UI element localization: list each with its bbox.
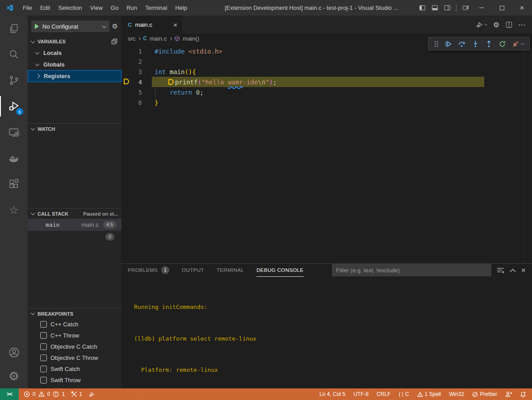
checkbox[interactable] (40, 321, 47, 328)
chevron-down-icon (35, 50, 40, 54)
variables-section-header[interactable]: VARIABLES (28, 36, 121, 47)
menu-view[interactable]: View (86, 0, 107, 16)
breadcrumb-src[interactable]: src (128, 35, 135, 42)
run-or-debug-icon[interactable] (476, 21, 487, 29)
extensions-icon[interactable] (0, 171, 28, 197)
tab-label: PROBLEMS (128, 267, 158, 273)
explorer-icon[interactable] (0, 16, 28, 42)
breakpoint-objc-throw[interactable]: Objective C Throw (28, 352, 121, 363)
menu-run[interactable]: Run (122, 0, 141, 16)
editor-tab-bar: C main.c × ⚙ ··· (121, 16, 532, 33)
code-line-4-current: 4 printf("hello wamr-ide\n"); (121, 77, 532, 87)
customize-layout-icon[interactable] (459, 0, 472, 16)
disconnect-icon[interactable] (512, 40, 524, 48)
menu-help[interactable]: Help (171, 0, 191, 16)
chevron-right-icon (169, 37, 172, 40)
collapse-all-icon[interactable] (111, 38, 118, 45)
tab-problems[interactable]: PROBLEMS 1 (128, 264, 169, 276)
thread-row[interactable]: 0 (28, 231, 121, 243)
breadcrumb-symbol[interactable]: main() (183, 35, 199, 42)
console-filter-input[interactable] (332, 264, 491, 276)
breadcrumb-file[interactable]: main.c (150, 35, 167, 42)
breakpoint-cpp-throw[interactable]: C++ Throw (28, 330, 121, 341)
chevron-right-icon (138, 37, 141, 40)
watch-section-header[interactable]: WATCH (28, 123, 121, 134)
chevron-down-icon (31, 311, 35, 315)
tab-main-c[interactable]: C main.c × (121, 16, 182, 33)
debug-console-output[interactable]: Running initCommands: (lldb) platform se… (121, 276, 532, 400)
breakpoints-section-header[interactable]: BREAKPOINTS (28, 308, 121, 319)
split-editor-icon[interactable] (506, 21, 512, 28)
minimize-button[interactable] (472, 0, 492, 16)
toolbar-drag-handle[interactable] (434, 41, 439, 47)
close-panel-icon[interactable]: × (521, 267, 526, 274)
menu-edit[interactable]: Edit (36, 0, 54, 16)
step-out-icon[interactable] (485, 40, 493, 48)
close-button[interactable]: × (512, 0, 532, 16)
docker-icon[interactable] (0, 145, 28, 171)
thread-count-badge: 0 (105, 233, 114, 241)
maximize-panel-icon[interactable] (510, 268, 516, 272)
variables-locals-row[interactable]: Locals (28, 47, 121, 58)
continue-icon[interactable] (444, 40, 452, 48)
launch-configuration-dropdown[interactable]: No Configurat (31, 21, 109, 32)
menu-file[interactable]: File (19, 0, 36, 16)
breakpoint-objc-catch[interactable]: Objective C Catch (28, 341, 121, 352)
chevron-down-icon (102, 24, 107, 28)
tab-label: DEBUG CONSOLE (256, 267, 304, 273)
menu-go[interactable]: Go (107, 0, 122, 16)
menu-terminal[interactable]: Terminal (141, 0, 171, 16)
run-and-debug-icon[interactable]: 1 (0, 93, 28, 119)
info-icon (53, 391, 59, 397)
restart-icon[interactable] (498, 40, 506, 48)
breakpoint-swift-throw[interactable]: Swift Throw (28, 375, 121, 386)
breakpoint-swift-catch[interactable]: Swift Catch (28, 363, 121, 375)
checkbox[interactable] (40, 354, 47, 361)
line-number: 2 (121, 58, 142, 65)
checkbox[interactable] (40, 377, 47, 383)
debug-status-icon[interactable] (85, 388, 98, 400)
settings-gear-icon[interactable]: ⚙ (0, 364, 28, 388)
remote-indicator[interactable]: >< (0, 388, 19, 400)
toggle-panel-icon[interactable] (428, 0, 441, 16)
window-title: [Extension Development Host] main.c - te… (225, 0, 398, 16)
code-editor[interactable]: 1 #include <stdio.h> 2 3 int main(){ 4 p… (121, 43, 532, 263)
stack-frame-row[interactable]: main main.c 4:5 (28, 219, 121, 231)
variables-registers-row[interactable]: Registers (28, 70, 121, 82)
source-control-icon[interactable] (0, 67, 28, 93)
callstack-section-header[interactable]: CALL STACK Paused on st... (28, 208, 121, 219)
toggle-sidebar-icon[interactable] (416, 0, 428, 16)
debug-current-line-arrow-icon[interactable] (124, 79, 129, 86)
start-debug-icon[interactable] (35, 24, 39, 29)
breakpoint-cpp-catch[interactable]: C++ Catch (28, 319, 121, 330)
variables-globals-row[interactable]: Globals (28, 58, 121, 70)
more-actions-icon[interactable]: ··· (519, 21, 526, 28)
code-token: " (265, 79, 269, 86)
checkbox[interactable] (40, 343, 47, 350)
tab-output[interactable]: OUTPUT (182, 264, 204, 276)
menu-selection[interactable]: Selection (54, 0, 86, 16)
clear-console-icon[interactable] (497, 267, 504, 274)
tools-status[interactable]: 1 (68, 388, 85, 400)
editor-scrollbar[interactable] (524, 43, 524, 263)
step-into-icon[interactable] (472, 40, 479, 48)
chevron-down-icon (35, 62, 40, 66)
configure-gear-icon[interactable]: ⚙ (112, 22, 118, 30)
maximize-button[interactable] (492, 0, 512, 16)
toggle-secondary-sidebar-icon[interactable] (441, 0, 453, 16)
editor-gear-icon[interactable]: ⚙ (493, 21, 499, 29)
accounts-icon[interactable] (0, 340, 28, 364)
code-token: int (155, 68, 170, 75)
checkbox[interactable] (40, 332, 47, 339)
problems-status[interactable]: 0 0 1 (21, 388, 68, 400)
search-icon[interactable] (0, 42, 28, 67)
step-over-icon[interactable] (458, 40, 465, 48)
star-icon[interactable]: ☆ (0, 197, 28, 223)
checkbox[interactable] (40, 366, 47, 372)
tab-debug-console[interactable]: DEBUG CONSOLE (256, 264, 304, 277)
frame-position-badge: 4:5 (103, 221, 116, 229)
tab-terminal[interactable]: TERMINAL (217, 264, 244, 276)
remote-explorer-icon[interactable] (0, 119, 28, 145)
tab-close-icon[interactable]: × (173, 21, 177, 29)
chevron-down-icon (31, 39, 35, 43)
